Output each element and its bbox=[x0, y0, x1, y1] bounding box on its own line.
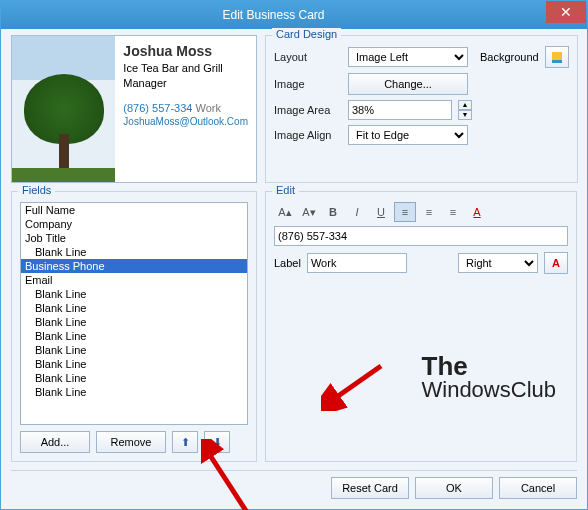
font-color-button[interactable]: A bbox=[466, 202, 488, 222]
svg-rect-1 bbox=[552, 60, 562, 63]
field-list-item[interactable]: Blank Line bbox=[21, 371, 247, 385]
image-label: Image bbox=[274, 78, 342, 90]
font-decrease-icon: A▾ bbox=[302, 206, 315, 219]
edit-legend: Edit bbox=[272, 184, 299, 196]
label-label: Label bbox=[274, 257, 301, 269]
layout-select[interactable]: Image Left bbox=[348, 47, 468, 67]
image-area-input[interactable] bbox=[348, 100, 452, 120]
image-align-select[interactable]: Fit to Edge bbox=[348, 125, 468, 145]
fields-group: Fields Full NameCompanyJob TitleBlank Li… bbox=[11, 191, 257, 462]
align-right-icon: ≡ bbox=[450, 206, 456, 218]
layout-label: Layout bbox=[274, 51, 342, 63]
field-list-item[interactable]: Blank Line bbox=[21, 315, 247, 329]
preview-company: Ice Tea Bar and Grill bbox=[123, 61, 248, 76]
align-center-icon: ≡ bbox=[426, 206, 432, 218]
ok-button[interactable]: OK bbox=[415, 477, 493, 499]
add-field-button[interactable]: Add... bbox=[20, 431, 90, 453]
field-list-item[interactable]: Business Phone bbox=[21, 259, 247, 273]
card-design-legend: Card Design bbox=[272, 28, 341, 40]
remove-field-button[interactable]: Remove bbox=[96, 431, 166, 453]
field-list-item[interactable]: Full Name bbox=[21, 203, 247, 217]
field-list-item[interactable]: Blank Line bbox=[21, 329, 247, 343]
titlebar[interactable]: Edit Business Card ✕ bbox=[1, 1, 587, 29]
field-list-item[interactable]: Blank Line bbox=[21, 245, 247, 259]
italic-icon: I bbox=[355, 206, 358, 218]
fields-legend: Fields bbox=[18, 184, 55, 196]
window-title: Edit Business Card bbox=[1, 8, 546, 22]
align-left-button[interactable]: ≡ bbox=[394, 202, 416, 222]
svg-rect-0 bbox=[552, 52, 562, 60]
change-image-button[interactable]: Change... bbox=[348, 73, 468, 95]
edit-business-card-dialog: Edit Business Card ✕ Joshua Moss Ice Tea… bbox=[0, 0, 588, 510]
font-color-icon: A bbox=[552, 257, 560, 269]
move-up-button[interactable]: ⬆ bbox=[172, 431, 198, 453]
paint-bucket-icon bbox=[550, 50, 564, 64]
preview-title: Manager bbox=[123, 76, 248, 91]
increase-font-button[interactable]: A▴ bbox=[274, 202, 296, 222]
font-color-icon: A bbox=[473, 206, 480, 218]
font-increase-icon: A▴ bbox=[278, 206, 291, 219]
align-right-button[interactable]: ≡ bbox=[442, 202, 464, 222]
field-list-item[interactable]: Blank Line bbox=[21, 343, 247, 357]
label-align-select[interactable]: Right bbox=[458, 253, 538, 273]
underline-button[interactable]: U bbox=[370, 202, 392, 222]
background-label: Background bbox=[480, 51, 539, 63]
format-toolbar: A▴ A▾ B I U ≡ ≡ ≡ A bbox=[274, 202, 568, 222]
reset-card-button[interactable]: Reset Card bbox=[331, 477, 409, 499]
card-image bbox=[12, 36, 115, 182]
arrow-up-icon: ⬆ bbox=[181, 436, 190, 449]
move-down-button[interactable]: ⬇ bbox=[204, 431, 230, 453]
label-color-button[interactable]: A bbox=[544, 252, 568, 274]
dialog-footer: Reset Card OK Cancel bbox=[11, 470, 577, 499]
image-area-label: Image Area bbox=[274, 104, 342, 116]
background-color-button[interactable] bbox=[545, 46, 569, 68]
image-area-spinner[interactable]: ▲▼ bbox=[458, 100, 472, 120]
underline-icon: U bbox=[377, 206, 385, 218]
preview-phone: (876) 557-334 bbox=[123, 102, 192, 114]
image-align-label: Image Align bbox=[274, 129, 342, 141]
preview-name: Joshua Moss bbox=[123, 42, 248, 61]
field-list-item[interactable]: Job Title bbox=[21, 231, 247, 245]
align-left-icon: ≡ bbox=[402, 206, 408, 218]
field-list-item[interactable]: Company bbox=[21, 217, 247, 231]
watermark-logo: The WindowsClub bbox=[422, 353, 557, 401]
bold-button[interactable]: B bbox=[322, 202, 344, 222]
bold-icon: B bbox=[329, 206, 337, 218]
preview-email: JoshuaMoss@Outlook.Com bbox=[123, 115, 248, 129]
field-list-item[interactable]: Email bbox=[21, 273, 247, 287]
close-button[interactable]: ✕ bbox=[546, 1, 586, 23]
edit-group: Edit A▴ A▾ B I U ≡ ≡ ≡ A Label Right bbox=[265, 191, 577, 462]
preview-phone-type: Work bbox=[196, 102, 221, 114]
field-list-item[interactable]: Blank Line bbox=[21, 301, 247, 315]
decrease-font-button[interactable]: A▾ bbox=[298, 202, 320, 222]
field-value-input[interactable] bbox=[274, 226, 568, 246]
italic-button[interactable]: I bbox=[346, 202, 368, 222]
fields-list[interactable]: Full NameCompanyJob TitleBlank LineBusin… bbox=[20, 202, 248, 425]
cancel-button[interactable]: Cancel bbox=[499, 477, 577, 499]
field-list-item[interactable]: Blank Line bbox=[21, 385, 247, 399]
card-design-group: Card Design Layout Image Left Background… bbox=[265, 35, 578, 183]
field-list-item[interactable]: Blank Line bbox=[21, 357, 247, 371]
field-list-item[interactable]: Blank Line bbox=[21, 287, 247, 301]
align-center-button[interactable]: ≡ bbox=[418, 202, 440, 222]
arrow-down-icon: ⬇ bbox=[213, 436, 222, 449]
card-preview: Joshua Moss Ice Tea Bar and Grill Manage… bbox=[11, 35, 257, 183]
label-input[interactable] bbox=[307, 253, 407, 273]
